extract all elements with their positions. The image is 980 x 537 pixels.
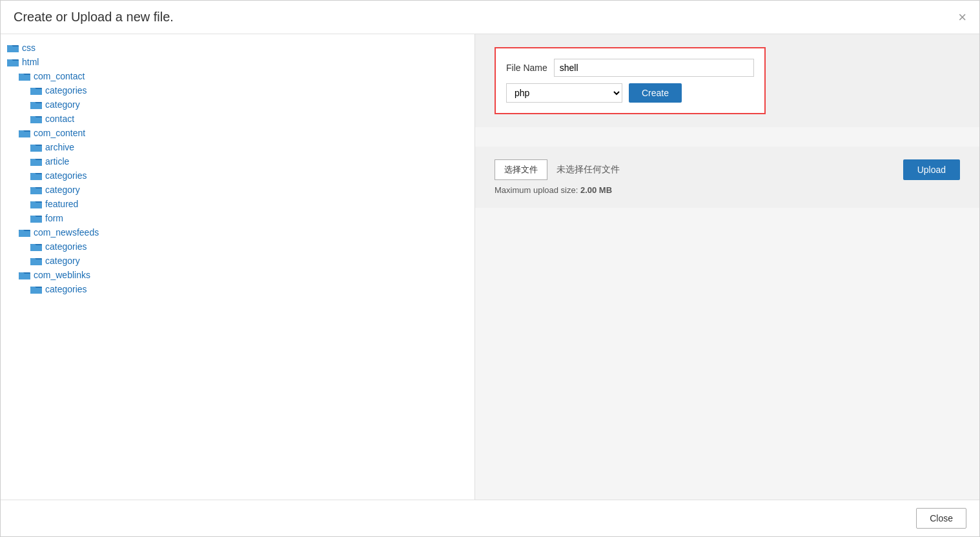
- tree-item-categories-3[interactable]: categories: [1, 239, 475, 254]
- tree-item-label: com_content: [34, 128, 85, 138]
- folder-icon: [7, 43, 19, 52]
- tree-item-html[interactable]: html: [1, 55, 475, 69]
- folder-icon: [19, 128, 30, 137]
- folder-icon: [30, 143, 42, 152]
- dialog-footer: Close: [1, 500, 979, 536]
- folder-icon: [30, 214, 42, 223]
- folder-icon: [30, 242, 42, 251]
- dialog-title: Create or Upload a new file.: [14, 10, 174, 25]
- choose-file-button[interactable]: 选择文件: [495, 159, 547, 180]
- create-button[interactable]: Create: [629, 83, 682, 103]
- folder-icon: [19, 228, 30, 237]
- tree-item-categories-1[interactable]: categories: [1, 83, 475, 97]
- tree-item-contact[interactable]: contact: [1, 112, 475, 126]
- tree-item-label: html: [22, 57, 39, 67]
- tree-item-label: category: [45, 185, 80, 195]
- filename-input[interactable]: [554, 59, 754, 77]
- tree-item-label: com_weblinks: [34, 270, 90, 280]
- folder-icon: [30, 185, 42, 194]
- folder-icon: [30, 171, 42, 180]
- tree-item-label: contact: [45, 114, 74, 124]
- close-button[interactable]: Close: [916, 508, 966, 529]
- tree-item-label: com_newsfeeds: [34, 227, 99, 238]
- filename-row: File Name: [506, 59, 754, 77]
- upload-section: 选择文件 未选择任何文件 Upload Maximum upload size:…: [475, 147, 979, 208]
- tree-item-label: archive: [45, 142, 74, 152]
- tree-item-categories-4[interactable]: categories: [1, 282, 475, 296]
- spacer: [475, 127, 979, 147]
- tree-item-com_newsfeeds[interactable]: com_newsfeeds: [1, 225, 475, 239]
- tree-item-label: featured: [45, 199, 78, 209]
- upload-row: 选择文件 未选择任何文件 Upload: [495, 159, 960, 180]
- folder-icon: [30, 86, 42, 95]
- tree-item-archive[interactable]: archive: [1, 140, 475, 154]
- upload-button[interactable]: Upload: [903, 159, 960, 180]
- tree-item-css[interactable]: css: [1, 41, 475, 55]
- tree-item-com_contact[interactable]: com_contact: [1, 69, 475, 83]
- folder-icon: [30, 114, 42, 123]
- tree-item-featured[interactable]: featured: [1, 197, 475, 211]
- create-section: File Name phphtmlcssjstxt Create: [475, 34, 979, 127]
- dialog-header: Create or Upload a new file. ×: [1, 1, 979, 34]
- create-row: phphtmlcssjstxt Create: [506, 83, 754, 103]
- tree-item-category-1[interactable]: category: [1, 97, 475, 112]
- tree-item-label: categories: [45, 85, 87, 96]
- tree-item-label: article: [45, 156, 69, 167]
- tree-item-label: category: [45, 99, 80, 110]
- folder-icon: [30, 157, 42, 166]
- tree-item-form[interactable]: form: [1, 211, 475, 225]
- file-tree-panel: css html com_contact categories category…: [1, 34, 475, 500]
- tree-item-label: categories: [45, 284, 87, 294]
- max-upload-text: Maximum upload size: 2.00 MB: [495, 185, 960, 195]
- folder-icon: [30, 100, 42, 109]
- right-panel: File Name phphtmlcssjstxt Create 选择文件 未选…: [475, 34, 979, 500]
- extension-select[interactable]: phphtmlcssjstxt: [506, 83, 622, 103]
- tree-item-label: css: [22, 43, 36, 53]
- folder-icon: [19, 72, 30, 81]
- folder-icon: [30, 199, 42, 208]
- create-box: File Name phphtmlcssjstxt Create: [495, 47, 766, 114]
- tree-item-com_content[interactable]: com_content: [1, 126, 475, 140]
- tree-item-label: form: [45, 213, 63, 223]
- tree-item-label: categories: [45, 241, 87, 252]
- folder-icon: [7, 57, 19, 66]
- tree-item-label: category: [45, 256, 80, 266]
- no-file-text: 未选择任何文件: [556, 164, 620, 176]
- folder-icon: [30, 285, 42, 294]
- folder-icon: [19, 270, 30, 279]
- close-x-button[interactable]: ×: [958, 10, 966, 25]
- tree-item-com_weblinks[interactable]: com_weblinks: [1, 268, 475, 282]
- tree-item-label: categories: [45, 170, 87, 181]
- tree-item-category-2[interactable]: category: [1, 183, 475, 197]
- filename-label: File Name: [506, 63, 547, 73]
- tree-item-article[interactable]: article: [1, 154, 475, 168]
- dialog: Create or Upload a new file. × css html …: [0, 0, 980, 537]
- tree-item-category-3[interactable]: category: [1, 254, 475, 268]
- dialog-body: css html com_contact categories category…: [1, 34, 979, 500]
- tree-item-label: com_contact: [34, 71, 85, 81]
- folder-icon: [30, 256, 42, 265]
- tree-item-categories-2[interactable]: categories: [1, 168, 475, 183]
